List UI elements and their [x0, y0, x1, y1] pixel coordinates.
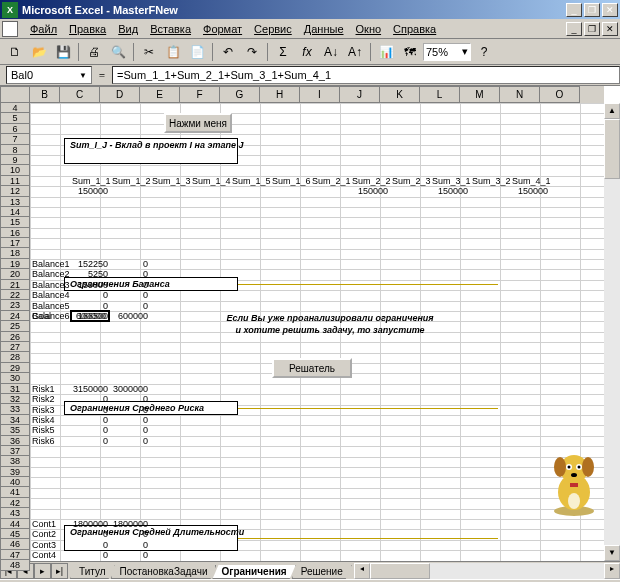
row-header[interactable]: 25 — [0, 321, 30, 331]
menu-tools[interactable]: Сервис — [248, 21, 298, 37]
row-header[interactable]: 7 — [0, 134, 30, 144]
row-header[interactable]: 15 — [0, 217, 30, 227]
sheet-tab-title[interactable]: Титул — [70, 565, 115, 579]
row-header[interactable]: 31 — [0, 384, 30, 394]
row-header[interactable]: 5 — [0, 113, 30, 123]
row-header[interactable]: 32 — [0, 394, 30, 404]
office-assistant-icon[interactable] — [546, 447, 602, 517]
menu-data[interactable]: Данные — [298, 21, 350, 37]
undo-icon[interactable]: ↶ — [217, 41, 239, 63]
row-header[interactable]: 28 — [0, 352, 30, 362]
menu-format[interactable]: Формат — [197, 21, 248, 37]
tab-next-button[interactable]: ▸ — [34, 563, 51, 579]
new-icon[interactable]: 🗋 — [4, 41, 26, 63]
chart-icon[interactable]: 📊 — [375, 41, 397, 63]
col-header[interactable]: G — [220, 86, 260, 103]
scroll-down-button[interactable]: ▼ — [604, 545, 620, 561]
row-header[interactable]: 34 — [0, 415, 30, 425]
menu-help[interactable]: Справка — [387, 21, 442, 37]
row-header[interactable]: 8 — [0, 145, 30, 155]
row-header[interactable]: 48 — [0, 560, 30, 570]
row-header[interactable]: 33 — [0, 404, 30, 414]
row-header[interactable]: 11 — [0, 176, 30, 186]
doc-restore-button[interactable]: ❐ — [584, 22, 600, 36]
row-header[interactable]: 4 — [0, 103, 30, 113]
row-header[interactable]: 40 — [0, 477, 30, 487]
menu-insert[interactable]: Вставка — [144, 21, 197, 37]
scroll-left-button[interactable]: ◂ — [354, 563, 370, 579]
formula-bar[interactable]: =Sum_1_1+Sum_2_1+Sum_3_1+Sum_4_1 — [112, 66, 620, 84]
col-header[interactable]: H — [260, 86, 300, 103]
row-header[interactable]: 19 — [0, 259, 30, 269]
col-header[interactable]: O — [540, 86, 580, 103]
minimize-button[interactable]: _ — [566, 3, 582, 17]
row-header[interactable]: 41 — [0, 487, 30, 497]
col-header[interactable]: I — [300, 86, 340, 103]
row-header[interactable]: 12 — [0, 186, 30, 196]
maximize-button[interactable]: ❐ — [584, 3, 600, 17]
row-header[interactable]: 22 — [0, 290, 30, 300]
sheet-tab-constraints[interactable]: Ограничения — [212, 565, 295, 579]
tab-last-button[interactable]: ▸| — [51, 563, 68, 579]
row-header[interactable]: 14 — [0, 207, 30, 217]
scroll-thumb[interactable] — [604, 119, 620, 179]
help-icon[interactable]: ? — [473, 41, 495, 63]
row-header[interactable]: 17 — [0, 238, 30, 248]
hscroll-thumb[interactable] — [370, 563, 430, 579]
row-header[interactable]: 45 — [0, 529, 30, 539]
row-header[interactable]: 35 — [0, 425, 30, 435]
row-header[interactable]: 21 — [0, 280, 30, 290]
row-header[interactable]: 26 — [0, 332, 30, 342]
sort-desc-icon[interactable]: A↑ — [344, 41, 366, 63]
zoom-combo[interactable]: 75% ▾ — [423, 43, 471, 61]
row-header[interactable]: 24 — [0, 311, 30, 321]
preview-icon[interactable]: 🔍 — [107, 41, 129, 63]
name-box[interactable]: Bal0 ▼ — [6, 66, 92, 84]
row-header[interactable]: 29 — [0, 363, 30, 373]
horizontal-scrollbar[interactable]: ◂ ▸ — [354, 563, 620, 579]
paste-icon[interactable]: 📄 — [186, 41, 208, 63]
row-header[interactable]: 20 — [0, 269, 30, 279]
worksheet-grid[interactable]: BCDEFGHIJKLMNO 4567891011121314151617181… — [0, 86, 620, 561]
row-header[interactable]: 44 — [0, 519, 30, 529]
row-header[interactable]: 36 — [0, 436, 30, 446]
vertical-scrollbar[interactable]: ▲ ▼ — [604, 103, 620, 561]
col-header[interactable]: C — [60, 86, 100, 103]
row-header[interactable]: 47 — [0, 550, 30, 560]
row-header[interactable]: 37 — [0, 446, 30, 456]
close-button[interactable]: ✕ — [602, 3, 618, 17]
col-header[interactable]: B — [30, 86, 60, 103]
fx-icon[interactable]: fx — [296, 41, 318, 63]
map-icon[interactable]: 🗺 — [399, 41, 421, 63]
row-header[interactable]: 27 — [0, 342, 30, 352]
row-header[interactable]: 9 — [0, 155, 30, 165]
solver-button[interactable]: Решатель — [272, 358, 352, 378]
col-header[interactable]: F — [180, 86, 220, 103]
row-header[interactable]: 13 — [0, 197, 30, 207]
col-header[interactable]: K — [380, 86, 420, 103]
col-header[interactable]: M — [460, 86, 500, 103]
row-header[interactable]: 18 — [0, 248, 30, 258]
col-header[interactable]: D — [100, 86, 140, 103]
row-header[interactable]: 42 — [0, 498, 30, 508]
menu-window[interactable]: Окно — [350, 21, 388, 37]
scroll-up-button[interactable]: ▲ — [604, 103, 620, 119]
copy-icon[interactable]: 📋 — [162, 41, 184, 63]
row-header[interactable]: 30 — [0, 373, 30, 383]
autosum-icon[interactable]: Σ — [272, 41, 294, 63]
col-header[interactable]: E — [140, 86, 180, 103]
row-header[interactable]: 39 — [0, 467, 30, 477]
cut-icon[interactable]: ✂ — [138, 41, 160, 63]
doc-close-button[interactable]: ✕ — [602, 22, 618, 36]
row-header[interactable]: 43 — [0, 508, 30, 518]
row-header[interactable]: 38 — [0, 456, 30, 466]
sort-asc-icon[interactable]: A↓ — [320, 41, 342, 63]
sheet-tab-solution[interactable]: Решение — [292, 565, 352, 579]
doc-minimize-button[interactable]: _ — [566, 22, 582, 36]
redo-icon[interactable]: ↷ — [241, 41, 263, 63]
col-header[interactable]: J — [340, 86, 380, 103]
row-header[interactable]: 46 — [0, 539, 30, 549]
row-header[interactable]: 16 — [0, 228, 30, 238]
menu-edit[interactable]: Правка — [63, 21, 112, 37]
row-header[interactable]: 6 — [0, 124, 30, 134]
